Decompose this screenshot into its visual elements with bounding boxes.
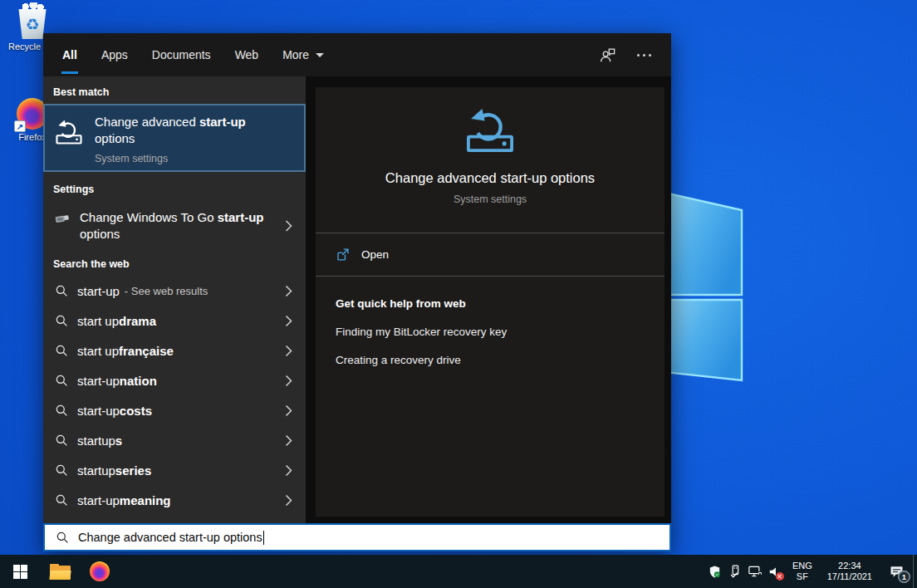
search-icon <box>55 314 68 327</box>
chevron-right-icon <box>285 220 292 233</box>
active-tab-underline <box>61 71 78 74</box>
tab-more[interactable]: More <box>282 33 325 76</box>
search-input[interactable]: Change advanced start-up options <box>43 523 671 551</box>
web-result-item[interactable]: start-up costs <box>43 395 306 425</box>
language-indicator[interactable]: ENG SF <box>785 561 820 582</box>
chevron-right-icon <box>285 434 292 447</box>
web-result-item[interactable]: start-up nation <box>43 365 306 395</box>
more-dropdown-icon <box>316 53 324 57</box>
show-desktop-button[interactable] <box>913 555 917 588</box>
web-result-item[interactable]: startup series <box>43 455 306 485</box>
chevron-right-icon <box>285 375 292 387</box>
volume-muted-tray-icon[interactable] <box>765 555 785 588</box>
search-filter-tabs: All Apps Documents Web More <box>43 33 671 76</box>
settings-item-title: Change Windows To Go start-up options <box>80 209 272 243</box>
mute-badge-icon <box>776 572 784 581</box>
shortcut-arrow-icon: ↗ <box>14 120 26 132</box>
search-icon <box>55 493 68 507</box>
file-explorer-icon <box>50 564 71 580</box>
search-icon <box>55 284 68 297</box>
taskbar: ENG SF 22:34 17/11/2021 1 <box>0 555 917 588</box>
notification-count-badge: 1 <box>898 571 910 583</box>
search-icon <box>55 404 68 417</box>
person-chat-icon <box>599 47 615 63</box>
search-query-text: Change advanced start-up options <box>78 531 262 544</box>
results-list: Best match Change advanced start-up opti… <box>43 76 306 523</box>
security-shield-tray-icon[interactable] <box>705 555 725 588</box>
web-result-item[interactable]: start up française <box>43 336 306 365</box>
settings-header: Settings <box>43 172 306 201</box>
search-icon <box>55 463 68 477</box>
recovery-settings-icon <box>55 119 83 145</box>
preview-subtitle: System settings <box>316 194 664 205</box>
search-icon <box>55 434 68 447</box>
chevron-right-icon <box>285 494 292 507</box>
best-match-item[interactable]: Change advanced start-up options System … <box>43 104 306 172</box>
firefox-icon <box>90 561 110 581</box>
tab-web[interactable]: Web <box>234 33 260 76</box>
more-options-button[interactable] <box>637 54 651 56</box>
chevron-right-icon <box>285 285 292 297</box>
best-match-title: Change advanced start-up options <box>95 114 276 147</box>
tab-documents[interactable]: Documents <box>151 33 212 76</box>
recycle-glyph: ♻ <box>25 17 39 32</box>
tab-apps[interactable]: Apps <box>101 33 129 76</box>
web-result-item[interactable]: start-up meaning <box>43 485 306 515</box>
ellipsis-icon <box>637 54 651 56</box>
usb-eject-icon <box>728 564 742 579</box>
taskbar-file-explorer[interactable] <box>40 555 80 588</box>
safely-remove-hardware-tray-icon[interactable] <box>725 555 745 588</box>
preview-panel: Change advanced start-up options System … <box>316 87 664 517</box>
tab-all[interactable]: All <box>61 33 78 76</box>
search-icon <box>55 344 68 357</box>
shield-check-icon <box>708 565 722 579</box>
preview-title: Change advanced start-up options <box>316 170 664 186</box>
open-external-icon <box>336 247 350 262</box>
settings-result-item[interactable]: Change Windows To Go start-up options <box>43 201 306 251</box>
search-flyout-window: All Apps Documents Web More <box>43 33 671 551</box>
search-the-web-header: Search the web <box>43 251 306 276</box>
web-result-item[interactable]: start-up- See web results <box>43 276 306 306</box>
chevron-right-icon <box>285 404 292 417</box>
taskbar-firefox[interactable] <box>80 555 120 588</box>
search-icon <box>55 374 68 387</box>
feedback-account-button[interactable] <box>599 47 615 63</box>
clock-date: 17/11/2021 <box>827 571 872 583</box>
chevron-right-icon <box>285 345 292 357</box>
open-button[interactable]: Open <box>316 233 664 276</box>
clock-time: 22:34 <box>827 561 872 572</box>
clock[interactable]: 22:34 17/11/2021 <box>820 561 880 583</box>
quick-help-header: Get quick help from web <box>336 297 645 310</box>
network-tray-icon[interactable] <box>745 555 765 588</box>
ethernet-monitor-icon <box>748 565 763 578</box>
web-result-item[interactable]: start up drama <box>43 306 306 336</box>
action-center-button[interactable]: 1 <box>880 555 913 588</box>
preview-region: Change advanced start-up options System … <box>306 76 671 523</box>
recovery-settings-icon-large <box>464 107 516 154</box>
web-result-item[interactable]: startups <box>43 425 306 455</box>
best-match-header: Best match <box>43 76 306 104</box>
chevron-right-icon <box>285 464 292 477</box>
start-button[interactable] <box>0 555 40 588</box>
windows-start-icon <box>13 565 27 579</box>
search-icon <box>56 531 69 544</box>
usb-drive-icon <box>55 212 70 225</box>
best-match-subtitle: System settings <box>95 153 276 164</box>
chevron-right-icon <box>285 315 292 327</box>
text-cursor <box>263 531 264 545</box>
help-link-bitlocker[interactable]: Finding my BitLocker recovery key <box>336 326 645 338</box>
help-link-recovery-drive[interactable]: Creating a recovery drive <box>336 354 645 366</box>
